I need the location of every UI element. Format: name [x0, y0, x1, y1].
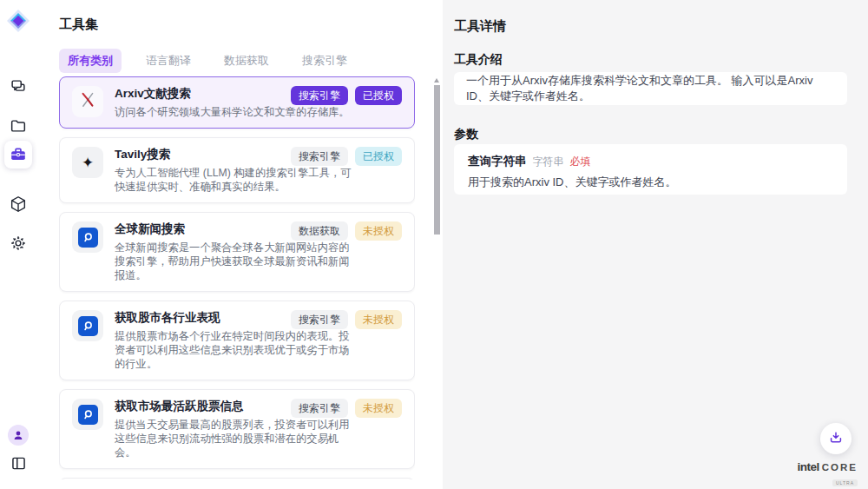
- category-badge: 搜索引擎: [291, 310, 348, 329]
- tool-icon: ✦: [72, 399, 103, 430]
- global-search-icon: [78, 316, 98, 336]
- param-type: 字符串: [533, 155, 564, 169]
- page-title: 工具集: [59, 17, 98, 33]
- nav-toolbox-icon[interactable]: [4, 141, 32, 169]
- tool-description: 访问各个研究领域大量科学论文和文章的存储库。: [115, 105, 359, 119]
- category-badge: 搜索引擎: [291, 399, 348, 418]
- tool-description: 专为人工智能代理 (LLM) 构建的搜索引擎工具，可快速提供实时、准确和真实的结…: [115, 166, 359, 194]
- param-name: 查询字符串: [468, 154, 527, 169]
- tool-name: Arxiv文献搜索: [115, 86, 191, 101]
- nav-folder-icon[interactable]: [4, 112, 32, 140]
- tool-description: 提供股票市场各个行业在特定时间段内的表现。投资者可以利用这些信息来识别表现优于或…: [115, 329, 359, 371]
- param-description: 用于搜索的Arxiv ID、关键字或作者姓名。: [468, 175, 833, 190]
- tool-description: 提供当天交易量最高的股票列表，投资者可以利用这些信息来识别流动性强的股票和潜在的…: [115, 418, 359, 459]
- category-badge: 数据获取: [291, 221, 348, 241]
- user-avatar-icon[interactable]: [8, 425, 29, 446]
- intro-heading: 工具介绍: [454, 52, 503, 68]
- status-badge: 未授权: [355, 221, 402, 241]
- global-search-icon: [78, 405, 98, 425]
- details-title: 工具详情: [454, 18, 506, 35]
- intel-core-logo: intel core ULTRA: [798, 461, 858, 487]
- tool-icon: ✦: [72, 147, 103, 178]
- panel-toggle-icon[interactable]: [4, 449, 32, 477]
- intel-brand-text: intel: [798, 461, 819, 473]
- sparkle-icon: ✦: [82, 155, 94, 170]
- param-card: 查询字符串 字符串 必填 用于搜索的Arxiv ID、关键字或作者姓名。: [454, 144, 847, 195]
- core-brand-text: core: [822, 463, 858, 473]
- category-tab[interactable]: 搜索引擎: [293, 49, 356, 73]
- tool-details-panel: 工具详情 工具介绍 一个用于从Arxiv存储库搜索科学论文和文章的工具。 输入可…: [443, 0, 868, 489]
- tool-icon: ✦: [72, 221, 103, 253]
- tool-card[interactable]: ✦ 获取市场最活跃股票信息 搜索引擎: [59, 389, 415, 469]
- tool-card[interactable]: ✦ 获取股市各行业表现 搜索引擎: [59, 301, 415, 380]
- nav-gear-icon[interactable]: [4, 229, 32, 257]
- download-button[interactable]: [820, 423, 852, 454]
- scrollbar-thumb[interactable]: [434, 85, 440, 235]
- tool-name: 全球新闻搜索: [115, 221, 185, 236]
- category-tab[interactable]: 所有类别: [59, 49, 122, 73]
- tool-list: ✦ Arxiv文献搜索 搜索引擎: [59, 76, 415, 479]
- tool-icon: ✦: [72, 310, 103, 341]
- download-icon: [827, 429, 845, 449]
- tool-icon: ✦: [72, 86, 103, 117]
- tool-card[interactable]: ✦ Arxiv文献搜索 搜索引擎: [59, 76, 415, 129]
- status-badge: 已授权: [355, 86, 402, 105]
- ultra-badge: ULTRA: [832, 479, 858, 486]
- list-scrollbar[interactable]: [434, 76, 440, 479]
- tool-name: 获取市场最活跃股票信息: [115, 399, 244, 413]
- category-tab[interactable]: 语言翻译: [137, 49, 200, 73]
- intro-card: 一个用于从Arxiv存储库搜索科学论文和文章的工具。 输入可以是Arxiv ID…: [454, 72, 847, 105]
- arxiv-icon: [77, 89, 98, 114]
- tools-panel: 工具集 所有类别语言翻译数据获取搜索引擎 ✦: [36, 0, 443, 489]
- tool-card[interactable]: ✦ 万维地区新闻查询 搜索引擎: [59, 478, 415, 479]
- scrollbar-up-arrow-icon[interactable]: [434, 78, 439, 83]
- category-tabs: 所有类别语言翻译数据获取搜索引擎: [59, 49, 356, 73]
- global-search-icon: [78, 228, 98, 248]
- tool-card[interactable]: ✦ 全球新闻搜索 数据获取 未授: [59, 212, 415, 292]
- nav-chat-icon[interactable]: [4, 73, 32, 101]
- left-rail: [0, 0, 36, 489]
- status-badge: 已授权: [355, 147, 402, 166]
- category-badge: 搜索引擎: [291, 147, 348, 166]
- app-logo-diamond-icon: [6, 9, 30, 33]
- tool-name: 获取股市各行业表现: [115, 310, 220, 325]
- status-badge: 未授权: [355, 399, 402, 418]
- tool-description: 全球新闻搜索是一个聚合全球各大新闻网站内容的搜索引擎，帮助用户快速获取全球最新资…: [115, 241, 359, 282]
- param-required-badge: 必填: [570, 155, 591, 169]
- tool-name: Tavily搜索: [115, 147, 170, 162]
- category-badge: 搜索引擎: [291, 86, 348, 105]
- intro-text: 一个用于从Arxiv存储库搜索科学论文和文章的工具。 输入可以是Arxiv ID…: [466, 73, 835, 104]
- params-heading: 参数: [454, 127, 478, 142]
- category-tab[interactable]: 数据获取: [215, 49, 278, 73]
- tool-card[interactable]: ✦ Tavily搜索 搜索引擎: [59, 137, 415, 203]
- status-badge: 未授权: [355, 310, 402, 329]
- nav-cube-icon[interactable]: [4, 190, 32, 218]
